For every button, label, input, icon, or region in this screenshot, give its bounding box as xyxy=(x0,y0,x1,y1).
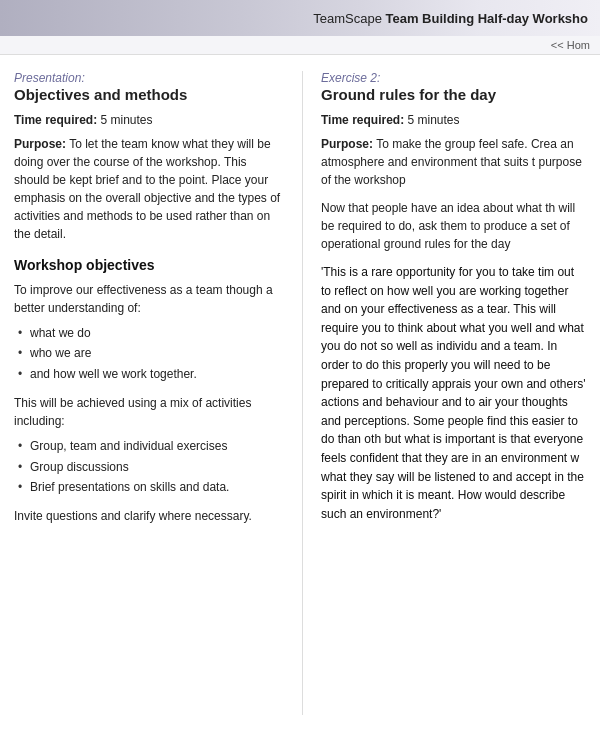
nav-bar[interactable]: << Hom xyxy=(0,36,600,55)
column-divider xyxy=(302,71,303,715)
right-time-required: Time required: 5 minutes xyxy=(321,113,586,127)
workshop-bullets-list: what we do who we are and how well we wo… xyxy=(14,323,284,384)
brand-bold: Team Building Half-day Worksho xyxy=(382,11,588,26)
list-item: Brief presentations on skills and data. xyxy=(18,477,284,497)
left-section-label: Presentation: xyxy=(14,71,284,85)
left-section-title: Objectives and methods xyxy=(14,86,284,103)
right-time-value: 5 minutes xyxy=(404,113,459,127)
right-section-label: Exercise 2: xyxy=(321,71,586,85)
list-item: who we are xyxy=(18,343,284,363)
right-section-title: Ground rules for the day xyxy=(321,86,586,103)
right-purpose-label: Purpose: xyxy=(321,137,373,151)
left-time-required: Time required: 5 minutes xyxy=(14,113,284,127)
left-column: Presentation: Objectives and methods Tim… xyxy=(14,71,284,715)
list-item: and how well we work together. xyxy=(18,364,284,384)
header-title: TeamScape Team Building Half-day Worksho xyxy=(313,11,588,26)
list-item: what we do xyxy=(18,323,284,343)
list-item: Group discussions xyxy=(18,457,284,477)
activities-intro: This will be achieved using a mix of act… xyxy=(14,394,284,430)
left-purpose-label: Purpose: xyxy=(14,137,66,151)
list-item: Group, team and individual exercises xyxy=(18,436,284,456)
right-purpose: Purpose: To make the group feel safe. Cr… xyxy=(321,135,586,189)
workshop-objectives-title: Workshop objectives xyxy=(14,257,284,273)
right-quote: 'This is a rare opportunity for you to t… xyxy=(321,263,586,523)
left-time-value: 5 minutes xyxy=(97,113,152,127)
brand-normal: TeamScape xyxy=(313,11,382,26)
right-para1: Now that people have an idea about what … xyxy=(321,199,586,253)
left-purpose: Purpose: To let the team know what they … xyxy=(14,135,284,243)
invite-text: Invite questions and clarify where neces… xyxy=(14,507,284,525)
activities-bullets-list: Group, team and individual exercises Gro… xyxy=(14,436,284,497)
header: TeamScape Team Building Half-day Worksho xyxy=(0,0,600,36)
left-purpose-text: To let the team know what they will be d… xyxy=(14,137,280,241)
main-content: Presentation: Objectives and methods Tim… xyxy=(0,55,600,725)
workshop-objectives-intro: To improve our effectiveness as a team t… xyxy=(14,281,284,317)
right-column: Exercise 2: Ground rules for the day Tim… xyxy=(321,71,586,715)
nav-link[interactable]: << Hom xyxy=(551,39,590,51)
left-time-label: Time required: xyxy=(14,113,97,127)
right-time-label: Time required: xyxy=(321,113,404,127)
